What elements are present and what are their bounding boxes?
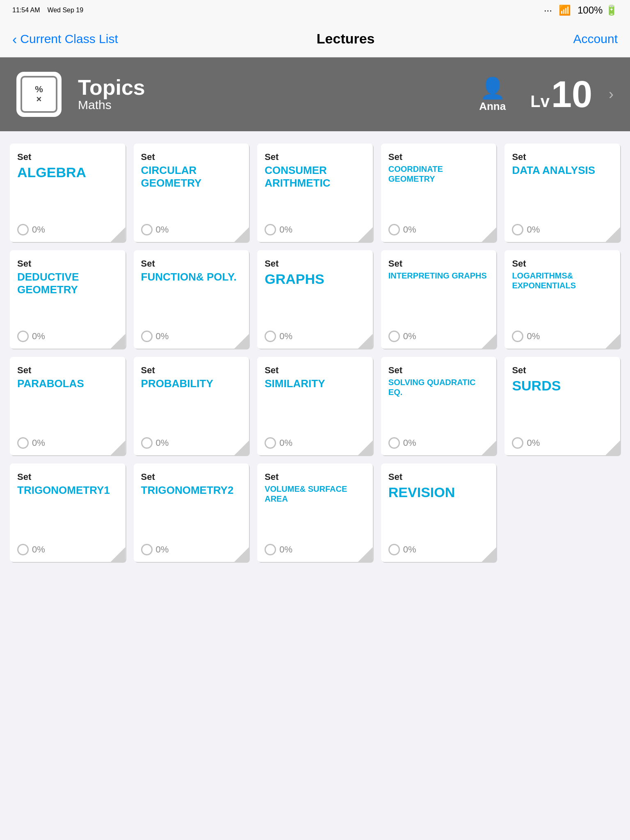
progress-circle-icon <box>141 224 153 235</box>
header-info: Topics Maths <box>78 77 454 112</box>
status-time: 11:54 AM Wed Sep 19 <box>12 7 83 14</box>
progress-circle-icon <box>17 224 29 235</box>
card-title: INTERPRETING GRAPHS <box>388 271 489 281</box>
topic-card[interactable]: Set CIRCULAR GEOMETRY 0% <box>134 144 249 242</box>
account-button[interactable]: Account <box>573 32 618 46</box>
topic-card[interactable]: Set VOLUME& SURFACE AREA 0% <box>257 463 373 562</box>
progress-circle-icon <box>265 331 276 342</box>
progress-circle-icon <box>512 224 523 235</box>
progress-text: 0% <box>279 544 292 555</box>
card-progress: 0% <box>512 224 613 235</box>
avatar-icon: 👤 <box>480 76 505 100</box>
topic-card[interactable]: Set REVISION 0% <box>381 463 497 562</box>
topic-card[interactable]: Set DATA ANALYSIS 0% <box>504 144 620 242</box>
card-set-label: Set <box>265 258 365 269</box>
card-set-label: Set <box>512 365 613 376</box>
topic-card[interactable]: Set INTERPRETING GRAPHS 0% <box>381 250 497 349</box>
header-chevron-icon[interactable]: › <box>609 86 614 103</box>
card-set-label: Set <box>17 472 118 482</box>
card-set-label: Set <box>141 258 242 269</box>
topic-card[interactable]: Set COORDINATE GEOMETRY 0% <box>381 144 497 242</box>
progress-text: 0% <box>156 544 169 555</box>
card-title: REVISION <box>388 484 489 501</box>
card-title: TRIGONOMETRY1 <box>17 484 118 497</box>
card-set-label: Set <box>388 258 489 269</box>
progress-text: 0% <box>32 224 45 235</box>
battery-icon: 100% 🔋 <box>578 5 618 16</box>
topic-card[interactable]: Set SIMILARITY 0% <box>257 357 373 455</box>
progress-circle-icon <box>388 544 400 555</box>
back-button[interactable]: ‹ Current Class List <box>12 32 118 46</box>
signal-icon: ··· <box>544 5 552 16</box>
progress-text: 0% <box>527 331 540 342</box>
topic-card[interactable]: Set SURDS 0% <box>504 357 620 455</box>
progress-text: 0% <box>527 224 540 235</box>
progress-text: 0% <box>403 438 416 448</box>
progress-circle-icon <box>388 437 400 449</box>
progress-text: 0% <box>156 331 169 342</box>
topic-card[interactable]: Set PROBABILITY 0% <box>134 357 249 455</box>
card-progress: 0% <box>512 331 613 342</box>
card-title: GRAPHS <box>265 271 365 288</box>
progress-text: 0% <box>32 544 45 555</box>
status-bar: 11:54 AM Wed Sep 19 ··· 📶 100% 🔋 <box>0 0 630 21</box>
progress-circle-icon <box>265 224 276 235</box>
progress-circle-icon <box>141 437 153 449</box>
topic-card[interactable]: Set DEDUCTIVE GEOMETRY 0% <box>10 250 126 349</box>
topic-card[interactable]: Set PARABOLAS 0% <box>10 357 126 455</box>
card-title: FUNCTION& POLY. <box>141 271 242 283</box>
status-right: ··· 📶 100% 🔋 <box>544 5 618 16</box>
card-progress: 0% <box>141 544 242 555</box>
card-title: COORDINATE GEOMETRY <box>388 164 489 184</box>
progress-circle-icon <box>17 437 29 449</box>
progress-circle-icon <box>512 331 523 342</box>
card-set-label: Set <box>17 258 118 269</box>
card-progress: 0% <box>388 331 489 342</box>
card-progress: 0% <box>265 544 365 555</box>
card-progress: 0% <box>141 331 242 342</box>
topic-card[interactable]: Set LOGARITHMS& EXPONENTIALS 0% <box>504 250 620 349</box>
card-progress: 0% <box>388 224 489 235</box>
card-title: LOGARITHMS& EXPONENTIALS <box>512 271 613 290</box>
topic-card[interactable]: Set TRIGONOMETRY2 0% <box>134 463 249 562</box>
card-set-label: Set <box>388 472 489 482</box>
header-topics-label: Topics <box>78 77 454 98</box>
card-set-label: Set <box>141 365 242 376</box>
card-progress: 0% <box>265 224 365 235</box>
progress-text: 0% <box>403 544 416 555</box>
card-title: CONSUMER ARITHMETIC <box>265 164 365 189</box>
progress-circle-icon <box>141 331 153 342</box>
card-set-label: Set <box>141 152 242 162</box>
header-level: Lv 10 <box>530 76 592 113</box>
topic-card[interactable]: Set FUNCTION& POLY. 0% <box>134 250 249 349</box>
progress-text: 0% <box>32 438 45 448</box>
progress-text: 0% <box>32 331 45 342</box>
card-title: DATA ANALYSIS <box>512 164 613 177</box>
card-progress: 0% <box>141 437 242 449</box>
card-set-label: Set <box>17 152 118 162</box>
card-title: VOLUME& SURFACE AREA <box>265 484 365 504</box>
card-set-label: Set <box>17 365 118 376</box>
card-progress: 0% <box>388 544 489 555</box>
topic-card[interactable]: Set ALGEBRA 0% <box>10 144 126 242</box>
card-set-label: Set <box>512 152 613 162</box>
topic-card[interactable]: Set CONSUMER ARITHMETIC 0% <box>257 144 373 242</box>
card-set-label: Set <box>265 472 365 482</box>
card-set-label: Set <box>265 152 365 162</box>
card-progress: 0% <box>512 437 613 449</box>
card-progress: 0% <box>17 224 118 235</box>
card-title: TRIGONOMETRY2 <box>141 484 242 497</box>
topic-card[interactable]: Set TRIGONOMETRY1 0% <box>10 463 126 562</box>
card-set-label: Set <box>388 152 489 162</box>
header-icon: % × <box>16 72 62 117</box>
topic-card[interactable]: Set SOLVING QUADRATIC EQ. 0% <box>381 357 497 455</box>
card-title: SIMILARITY <box>265 377 365 390</box>
progress-circle-icon <box>265 437 276 449</box>
progress-circle-icon <box>17 544 29 555</box>
card-title: DEDUCTIVE GEOMETRY <box>17 271 118 296</box>
progress-text: 0% <box>156 224 169 235</box>
card-progress: 0% <box>17 544 118 555</box>
topic-card[interactable]: Set GRAPHS 0% <box>257 250 373 349</box>
card-title: SURDS <box>512 377 613 394</box>
card-title: PARABOLAS <box>17 377 118 390</box>
